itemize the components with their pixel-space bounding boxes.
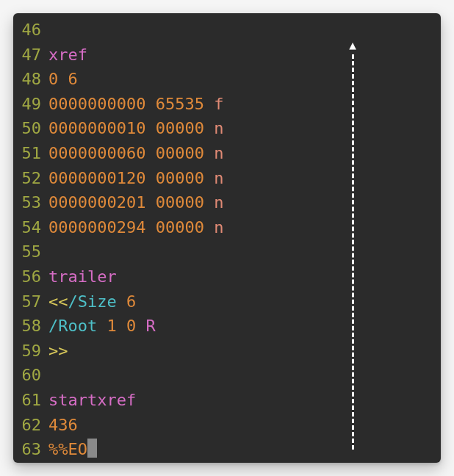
line-number: 56 [13,264,48,289]
token: 0000000294 00000 [48,218,204,237]
code-line[interactable]: 520000000120 00000 n [13,166,441,191]
token: 0000000000 65535 [48,95,204,113]
token: %%EO [48,440,87,458]
line-number: 62 [13,413,48,438]
parse-direction-arrow: ▲ [345,41,360,450]
line-code: 436 [48,413,441,438]
token: 0000000010 00000 [48,119,204,137]
line-number: 46 [13,18,48,43]
code-line[interactable]: 63%%EO [13,437,441,462]
line-number: 58 [13,314,48,339]
line-code [48,363,441,388]
token: n [214,193,223,212]
code-line[interactable]: 500000000010 00000 n [13,116,441,141]
token: R [145,317,155,335]
token: n [214,218,223,237]
token: n [214,144,223,162]
line-number: 49 [13,92,48,117]
token: 1 0 [107,317,136,335]
token: startxref [48,391,136,409]
token: 0000000060 00000 [48,144,204,162]
line-code: /Root 1 0 R [48,314,441,339]
token [97,317,107,335]
token: 0 6 [48,70,78,88]
line-code: 0000000294 00000 n [48,215,441,240]
code-line[interactable]: 61startxref [13,388,441,413]
line-code: 0000000120 00000 n [48,166,441,191]
line-number: 48 [13,67,48,92]
token [204,119,214,137]
code-line[interactable]: 47xref [13,43,441,68]
token: f [214,95,223,113]
code-line[interactable]: 59>> [13,339,441,364]
token: 0000000201 00000 [48,193,204,212]
line-number: 53 [13,190,48,215]
token: /Root [48,317,97,335]
cursor [87,439,97,458]
line-number: 52 [13,166,48,191]
token: n [214,169,223,187]
code-line[interactable]: 60 [13,363,441,388]
code-line[interactable]: 490000000000 65535 f [13,92,441,117]
token [204,193,214,212]
line-number: 47 [13,43,48,68]
code-line[interactable]: 540000000294 00000 n [13,215,441,240]
code-line[interactable]: 530000000201 00000 n [13,190,441,215]
token: n [214,119,223,137]
token: << [48,292,68,311]
line-number: 63 [13,437,48,462]
line-code: %%EO [48,437,441,462]
line-code [48,18,441,43]
code-line[interactable]: 55 [13,239,441,264]
token [136,317,145,335]
code-line[interactable]: 57<</Size 6 [13,289,441,314]
code-editor[interactable]: 4647xref480 6490000000000 65535 f5000000… [13,13,441,463]
token: xref [48,46,87,64]
token [117,292,126,311]
token [204,144,214,162]
line-number: 51 [13,141,48,166]
line-number: 50 [13,116,48,141]
line-code: startxref [48,388,441,413]
token [204,218,214,237]
code-line[interactable]: 62436 [13,413,441,438]
line-code [48,239,441,264]
line-code: 0000000201 00000 n [48,190,441,215]
token [204,95,214,113]
line-code: 0000000000 65535 f [48,92,441,117]
code-line[interactable]: 480 6 [13,67,441,92]
line-code: <</Size 6 [48,289,441,314]
line-number: 57 [13,289,48,314]
code-line[interactable]: 46 [13,18,441,43]
line-code: 0 6 [48,67,441,92]
line-code: >> [48,339,441,364]
code-line[interactable]: 58/Root 1 0 R [13,314,441,339]
arrow-up-icon: ▲ [349,41,356,50]
token: /Size [68,292,117,311]
token: trailer [48,267,117,286]
arrow-shaft [352,54,354,450]
line-code: 0000000060 00000 n [48,141,441,166]
token: 6 [126,292,136,311]
line-code: 0000000010 00000 n [48,116,441,141]
token: 436 [48,416,78,434]
line-number: 55 [13,239,48,264]
line-number: 59 [13,339,48,364]
line-number: 54 [13,215,48,240]
code-line[interactable]: 56trailer [13,264,441,289]
line-code: xref [48,43,441,68]
code-line[interactable]: 510000000060 00000 n [13,141,441,166]
code-content: 4647xref480 6490000000000 65535 f5000000… [13,18,441,462]
line-code: trailer [48,264,441,289]
token [204,169,214,187]
line-number: 60 [13,363,48,388]
token: >> [48,342,68,360]
token: 0000000120 00000 [48,169,204,187]
line-number: 61 [13,388,48,413]
